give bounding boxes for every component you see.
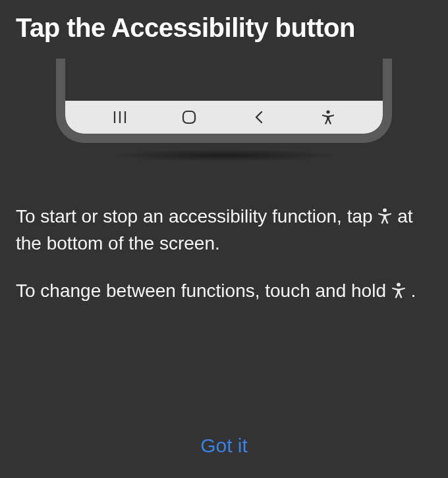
svg-point-6 bbox=[397, 283, 401, 287]
got-it-button[interactable]: Got it bbox=[187, 429, 261, 462]
phone-shadow bbox=[109, 149, 339, 161]
accessibility-icon bbox=[378, 208, 392, 224]
accessibility-icon bbox=[391, 282, 406, 298]
page-title: Tap the Accessibility button bbox=[16, 13, 432, 43]
nav-home-icon bbox=[155, 110, 225, 124]
nav-accessibility-icon bbox=[294, 110, 364, 124]
nav-recents-icon bbox=[85, 111, 155, 124]
phone-navbar bbox=[65, 101, 383, 134]
instruction-line-2b: . bbox=[411, 280, 416, 301]
svg-point-4 bbox=[327, 110, 330, 113]
nav-back-icon bbox=[224, 111, 294, 124]
instruction-line-2a: To change between functions, touch and h… bbox=[16, 280, 391, 301]
phone-illustration bbox=[16, 59, 432, 164]
instruction-line-2: To change between functions, touch and h… bbox=[16, 278, 432, 305]
instruction-line-1a: To start or stop an accessibility functi… bbox=[16, 206, 378, 226]
instruction-line-1: To start or stop an accessibility functi… bbox=[16, 203, 432, 257]
svg-point-5 bbox=[383, 208, 387, 212]
svg-rect-3 bbox=[183, 111, 195, 123]
